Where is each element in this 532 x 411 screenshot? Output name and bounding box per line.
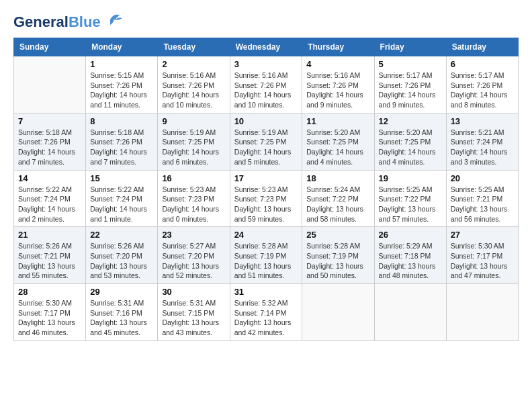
logo-bird-icon: [105, 11, 125, 28]
calendar-cell: 19Sunrise: 5:25 AM Sunset: 7:22 PM Dayli…: [374, 170, 446, 227]
day-number: 27: [451, 230, 514, 240]
day-number: 8: [90, 116, 153, 126]
calendar-cell: [374, 284, 446, 341]
calendar-cell: 18Sunrise: 5:24 AM Sunset: 7:22 PM Dayli…: [302, 170, 374, 227]
calendar-cell: 12Sunrise: 5:20 AM Sunset: 7:25 PM Dayli…: [374, 113, 446, 170]
day-info: Sunrise: 5:31 AM Sunset: 7:16 PM Dayligh…: [90, 298, 153, 338]
calendar-cell: [302, 284, 374, 341]
column-header-tuesday: Tuesday: [158, 38, 230, 56]
day-info: Sunrise: 5:31 AM Sunset: 7:15 PM Dayligh…: [162, 298, 225, 338]
calendar-cell: 11Sunrise: 5:20 AM Sunset: 7:25 PM Dayli…: [302, 113, 374, 170]
day-number: 20: [451, 173, 514, 183]
calendar-week-row: 7Sunrise: 5:18 AM Sunset: 7:26 PM Daylig…: [14, 113, 519, 170]
column-header-sunday: Sunday: [14, 38, 86, 56]
column-header-wednesday: Wednesday: [230, 38, 302, 56]
calendar-week-row: 21Sunrise: 5:26 AM Sunset: 7:21 PM Dayli…: [14, 227, 519, 284]
calendar-cell: 14Sunrise: 5:22 AM Sunset: 7:24 PM Dayli…: [14, 170, 86, 227]
day-info: Sunrise: 5:16 AM Sunset: 7:26 PM Dayligh…: [306, 71, 369, 110]
day-info: Sunrise: 5:24 AM Sunset: 7:22 PM Dayligh…: [306, 185, 369, 224]
calendar-cell: 17Sunrise: 5:23 AM Sunset: 7:23 PM Dayli…: [230, 170, 302, 227]
day-number: 25: [306, 230, 369, 240]
day-number: 5: [379, 59, 442, 69]
day-info: Sunrise: 5:21 AM Sunset: 7:24 PM Dayligh…: [451, 128, 514, 167]
day-info: Sunrise: 5:28 AM Sunset: 7:19 PM Dayligh…: [234, 241, 298, 281]
day-info: Sunrise: 5:25 AM Sunset: 7:21 PM Dayligh…: [451, 185, 514, 224]
day-number: 11: [306, 116, 369, 126]
day-number: 2: [162, 59, 225, 69]
day-info: Sunrise: 5:26 AM Sunset: 7:21 PM Dayligh…: [18, 241, 81, 281]
day-number: 14: [18, 173, 81, 183]
calendar-cell: 30Sunrise: 5:31 AM Sunset: 7:15 PM Dayli…: [158, 284, 230, 341]
calendar-cell: 5Sunrise: 5:17 AM Sunset: 7:26 PM Daylig…: [374, 56, 446, 113]
calendar-cell: [14, 56, 86, 113]
logo-blue-text: Blue: [69, 13, 101, 30]
logo-general: General: [13, 13, 69, 30]
day-number: 18: [306, 173, 369, 183]
day-info: Sunrise: 5:30 AM Sunset: 7:17 PM Dayligh…: [18, 298, 81, 338]
day-number: 22: [90, 230, 153, 240]
calendar-cell: 1Sunrise: 5:15 AM Sunset: 7:26 PM Daylig…: [86, 56, 158, 113]
calendar-cell: 3Sunrise: 5:16 AM Sunset: 7:26 PM Daylig…: [230, 56, 302, 113]
logo: GeneralBlue: [13, 13, 125, 31]
day-info: Sunrise: 5:18 AM Sunset: 7:26 PM Dayligh…: [90, 128, 153, 167]
day-info: Sunrise: 5:15 AM Sunset: 7:26 PM Dayligh…: [90, 71, 153, 110]
day-info: Sunrise: 5:27 AM Sunset: 7:20 PM Dayligh…: [162, 241, 225, 281]
day-info: Sunrise: 5:20 AM Sunset: 7:25 PM Dayligh…: [306, 128, 369, 167]
day-info: Sunrise: 5:26 AM Sunset: 7:20 PM Dayligh…: [90, 241, 153, 281]
calendar-cell: 8Sunrise: 5:18 AM Sunset: 7:26 PM Daylig…: [86, 113, 158, 170]
day-info: Sunrise: 5:25 AM Sunset: 7:22 PM Dayligh…: [379, 185, 442, 224]
calendar-cell: 15Sunrise: 5:22 AM Sunset: 7:24 PM Dayli…: [86, 170, 158, 227]
calendar-cell: 6Sunrise: 5:17 AM Sunset: 7:26 PM Daylig…: [446, 56, 518, 113]
calendar-cell: 24Sunrise: 5:28 AM Sunset: 7:19 PM Dayli…: [230, 227, 302, 284]
day-number: 28: [18, 287, 81, 297]
day-number: 17: [234, 173, 298, 183]
calendar-table: SundayMondayTuesdayWednesdayThursdayFrid…: [13, 38, 519, 341]
page-header: GeneralBlue: [13, 13, 519, 31]
day-number: 4: [306, 59, 369, 69]
calendar-cell: 22Sunrise: 5:26 AM Sunset: 7:20 PM Dayli…: [86, 227, 158, 284]
calendar-week-row: 14Sunrise: 5:22 AM Sunset: 7:24 PM Dayli…: [14, 170, 519, 227]
day-number: 7: [18, 116, 81, 126]
column-header-friday: Friday: [374, 38, 446, 56]
calendar-cell: 26Sunrise: 5:29 AM Sunset: 7:18 PM Dayli…: [374, 227, 446, 284]
day-info: Sunrise: 5:17 AM Sunset: 7:26 PM Dayligh…: [379, 71, 442, 110]
calendar-cell: 31Sunrise: 5:32 AM Sunset: 7:14 PM Dayli…: [230, 284, 302, 341]
column-header-saturday: Saturday: [446, 38, 518, 56]
day-number: 9: [162, 116, 225, 126]
calendar-cell: 29Sunrise: 5:31 AM Sunset: 7:16 PM Dayli…: [86, 284, 158, 341]
day-info: Sunrise: 5:19 AM Sunset: 7:25 PM Dayligh…: [234, 128, 298, 167]
day-number: 13: [451, 116, 514, 126]
calendar-header-row: SundayMondayTuesdayWednesdayThursdayFrid…: [14, 38, 519, 56]
day-number: 31: [234, 287, 298, 297]
day-number: 16: [162, 173, 225, 183]
calendar-cell: 28Sunrise: 5:30 AM Sunset: 7:17 PM Dayli…: [14, 284, 86, 341]
day-info: Sunrise: 5:28 AM Sunset: 7:19 PM Dayligh…: [306, 241, 369, 281]
day-number: 19: [379, 173, 442, 183]
calendar-cell: 9Sunrise: 5:19 AM Sunset: 7:25 PM Daylig…: [158, 113, 230, 170]
column-header-thursday: Thursday: [302, 38, 374, 56]
day-number: 12: [379, 116, 442, 126]
day-number: 21: [18, 230, 81, 240]
calendar-cell: 21Sunrise: 5:26 AM Sunset: 7:21 PM Dayli…: [14, 227, 86, 284]
day-info: Sunrise: 5:17 AM Sunset: 7:26 PM Dayligh…: [451, 71, 514, 110]
calendar-cell: 16Sunrise: 5:23 AM Sunset: 7:23 PM Dayli…: [158, 170, 230, 227]
day-number: 24: [234, 230, 298, 240]
calendar-cell: 27Sunrise: 5:30 AM Sunset: 7:17 PM Dayli…: [446, 227, 518, 284]
day-info: Sunrise: 5:20 AM Sunset: 7:25 PM Dayligh…: [379, 128, 442, 167]
day-info: Sunrise: 5:23 AM Sunset: 7:23 PM Dayligh…: [234, 185, 298, 224]
day-info: Sunrise: 5:16 AM Sunset: 7:26 PM Dayligh…: [162, 71, 225, 110]
day-number: 15: [90, 173, 153, 183]
day-number: 23: [162, 230, 225, 240]
day-number: 10: [234, 116, 298, 126]
calendar-cell: 7Sunrise: 5:18 AM Sunset: 7:26 PM Daylig…: [14, 113, 86, 170]
day-number: 29: [90, 287, 153, 297]
day-info: Sunrise: 5:32 AM Sunset: 7:14 PM Dayligh…: [234, 298, 298, 338]
day-number: 3: [234, 59, 298, 69]
day-info: Sunrise: 5:22 AM Sunset: 7:24 PM Dayligh…: [90, 185, 153, 224]
day-info: Sunrise: 5:18 AM Sunset: 7:26 PM Dayligh…: [18, 128, 81, 167]
column-header-monday: Monday: [86, 38, 158, 56]
calendar-cell: 4Sunrise: 5:16 AM Sunset: 7:26 PM Daylig…: [302, 56, 374, 113]
day-info: Sunrise: 5:23 AM Sunset: 7:23 PM Dayligh…: [162, 185, 225, 224]
day-number: 1: [90, 59, 153, 69]
day-info: Sunrise: 5:16 AM Sunset: 7:26 PM Dayligh…: [234, 71, 298, 110]
